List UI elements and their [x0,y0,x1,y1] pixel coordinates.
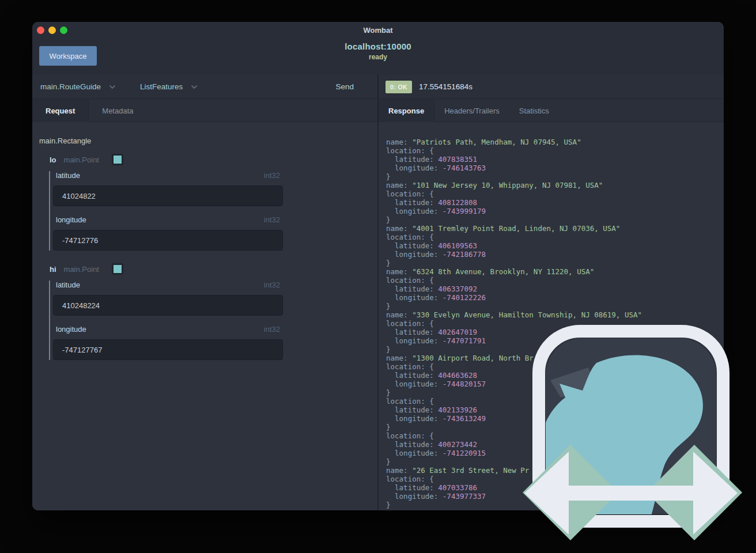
checkbox-checked-icon [114,156,122,164]
response-line: } [386,345,724,354]
message-enabled-checkbox[interactable] [112,154,123,165]
response-line: longitude: -743977337 [386,492,724,501]
response-line: name: "4001 Tremley Point Road, Linden, … [386,224,724,233]
hi-latitude-input[interactable] [53,295,283,316]
response-line: } [386,388,724,397]
method-selector-value: ListFeatures [140,82,183,91]
tab-metadata[interactable]: Metadata [89,99,146,122]
service-selector-value: main.RouteGuide [40,82,101,91]
tab-statistics[interactable]: Statistics [509,99,559,122]
response-line: location: { [386,475,724,483]
status-badge: 0: OK [385,81,412,93]
response-line: } [386,172,724,181]
response-line: location: { [386,190,724,198]
field-name-label: lo [50,156,56,164]
response-line: latitude: 406109563 [386,241,724,250]
response-line: } [386,215,724,224]
field-scalar-type: int32 [264,281,280,289]
response-line: name: "101 New Jersey 10, Whippany, NJ 0… [386,181,724,190]
window-titlebar: Wombat [32,22,724,38]
message-type-label: main.Rectangle [39,137,377,145]
field-scalar-type: int32 [264,215,280,224]
response-line: } [386,259,724,267]
response-line: latitude: 402647019 [386,328,724,336]
section-header: lomain.Point [50,154,377,165]
section-fields: latitudeint32longitudeint32 [49,281,282,360]
request-form: main.Rectangle lomain.Pointlatitudeint32… [32,122,377,510]
field-name-label: hi [50,265,56,274]
form-section-hi: himain.Pointlatitudeint32longitudeint32 [32,263,377,360]
checkbox-checked-icon [114,265,122,273]
response-line: longitude: -746143763 [386,164,724,172]
response-line: } [386,501,724,509]
response-line: } [386,302,724,310]
message-enabled-checkbox[interactable] [112,263,123,275]
response-line: latitude: 407033786 [386,483,724,492]
request-toolbar: main.RouteGuide ListFeatures Send [32,75,377,99]
zoom-window-button[interactable] [60,26,67,34]
response-line: name: "Patriots Path, Mendham, NJ 07945,… [386,138,724,146]
response-line: latitude: 408122808 [386,198,724,207]
response-line: longitude: -743613249 [386,414,724,423]
response-line: location: { [386,146,724,155]
response-line: latitude: 400273442 [386,440,724,449]
field-scalar-type: int32 [264,325,280,334]
response-line: longitude: -743999179 [386,207,724,215]
field-type-label: main.Point [64,265,99,274]
wombat-window: Wombat Workspace localhost:10000 ready m… [32,22,724,510]
response-line: location: { [386,397,724,406]
response-line: location: { [386,362,724,371]
hi-longitude-input[interactable] [53,339,283,360]
window-title: Wombat [32,26,724,35]
server-status-badge: ready [32,53,724,61]
form-section-lo: lomain.Pointlatitudeint32longitudeint32 [32,154,377,251]
connection-header: Workspace localhost:10000 ready [32,38,724,75]
response-line: name: "330 Evelyn Avenue, Hamilton Towns… [386,310,724,319]
server-address: localhost:10000 [32,41,724,51]
field-label: longitude [56,215,86,224]
request-pane: main.RouteGuide ListFeatures Send Reques… [32,75,377,510]
response-line: } [386,423,724,431]
field-label-row: latitudeint32 [56,281,280,289]
field-label: longitude [56,325,86,334]
server-info: localhost:10000 ready [32,41,724,61]
chevron-down-icon [109,84,116,90]
response-line: longitude: -747071791 [386,336,724,345]
tab-request[interactable]: Request [32,99,89,122]
tab-response[interactable]: Response [379,99,434,122]
response-line: location: { [386,233,724,241]
send-button[interactable]: Send [332,82,357,92]
response-line: longitude: -741220915 [386,449,724,457]
section-header: himain.Point [50,263,377,275]
response-tabs: ResponseHeaders/TrailersStatistics [379,99,724,122]
form-sections: lomain.Pointlatitudeint32longitudeint32h… [32,154,377,360]
field-label-row: latitudeint32 [56,171,280,180]
tab-headers-trailers[interactable]: Headers/Trailers [434,99,509,122]
field-label: latitude [56,171,80,180]
response-line: latitude: 406337092 [386,285,724,293]
response-line: latitude: 407838351 [386,155,724,164]
lo-latitude-input[interactable] [53,185,283,206]
response-line: name: "26 East 3rd Street, New Pr [386,466,724,475]
traffic-lights [32,26,67,34]
service-selector[interactable]: main.RouteGuide [40,82,116,91]
response-line: } [386,457,724,466]
response-line: longitude: -744820157 [386,380,724,388]
response-line: location: { [386,431,724,440]
response-duration: 17.554151684s [419,82,472,91]
lo-longitude-input[interactable] [53,230,283,251]
field-label: latitude [56,281,80,289]
request-tabs: RequestMetadata [32,99,377,122]
response-line: latitude: 402133926 [386,406,724,414]
response-line: name: "1300 Airport Road, North Br [386,354,724,362]
minimize-window-button[interactable] [48,26,56,34]
response-line: location: { [386,319,724,328]
method-selector[interactable]: ListFeatures [140,82,198,91]
close-window-button[interactable] [37,26,44,34]
response-output[interactable]: name: "Patriots Path, Mendham, NJ 07945,… [379,122,724,510]
response-line: name: "6324 8th Avenue, Brooklyn, NY 112… [386,267,724,276]
main-panes: main.RouteGuide ListFeatures Send Reques… [32,75,724,510]
chevron-down-icon [191,84,198,90]
field-type-label: main.Point [64,156,99,164]
response-line: location: { [386,276,724,285]
